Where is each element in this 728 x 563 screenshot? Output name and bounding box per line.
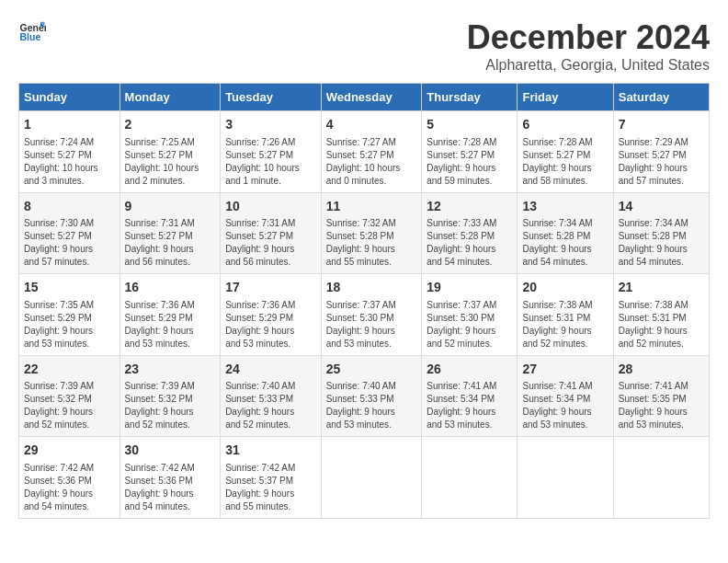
day-info: Sunrise: 7:28 AM Sunset: 5:27 PM Dayligh…: [427, 136, 512, 188]
day-info: Sunrise: 7:42 AM Sunset: 5:37 PM Dayligh…: [225, 462, 316, 513]
calendar-cell: 19Sunrise: 7:37 AM Sunset: 5:30 PM Dayli…: [422, 274, 518, 356]
calendar-cell: 6Sunrise: 7:28 AM Sunset: 5:27 PM Daylig…: [518, 111, 613, 193]
day-info: Sunrise: 7:34 AM Sunset: 5:28 PM Dayligh…: [619, 217, 704, 269]
calendar-cell: 30Sunrise: 7:42 AM Sunset: 5:36 PM Dayli…: [119, 437, 221, 519]
calendar-title: December 2024: [467, 18, 710, 57]
day-number: 18: [326, 279, 417, 297]
day-number: 30: [125, 442, 216, 460]
day-info: Sunrise: 7:40 AM Sunset: 5:33 PM Dayligh…: [225, 380, 316, 431]
day-number: 17: [225, 279, 316, 297]
day-info: Sunrise: 7:42 AM Sunset: 5:36 PM Dayligh…: [24, 462, 115, 513]
calendar-cell: 28Sunrise: 7:41 AM Sunset: 5:35 PM Dayli…: [613, 355, 709, 437]
day-number: 27: [522, 361, 608, 379]
calendar-cell: 15Sunrise: 7:35 AM Sunset: 5:29 PM Dayli…: [19, 274, 120, 356]
page-header: General Blue December 2024 Alpharetta, G…: [18, 18, 710, 74]
calendar-cell: 17Sunrise: 7:36 AM Sunset: 5:29 PM Dayli…: [221, 274, 322, 356]
day-info: Sunrise: 7:25 AM Sunset: 5:27 PM Dayligh…: [125, 136, 216, 188]
day-info: Sunrise: 7:24 AM Sunset: 5:27 PM Dayligh…: [24, 136, 115, 188]
day-number: 16: [125, 279, 216, 297]
calendar-cell: 4Sunrise: 7:27 AM Sunset: 5:27 PM Daylig…: [321, 111, 422, 193]
day-number: 31: [225, 442, 316, 460]
calendar-cell: 5Sunrise: 7:28 AM Sunset: 5:27 PM Daylig…: [422, 111, 518, 193]
day-info: Sunrise: 7:31 AM Sunset: 5:27 PM Dayligh…: [125, 217, 216, 269]
day-info: Sunrise: 7:35 AM Sunset: 5:29 PM Dayligh…: [24, 299, 115, 350]
day-info: Sunrise: 7:26 AM Sunset: 5:27 PM Dayligh…: [225, 136, 316, 188]
day-info: Sunrise: 7:37 AM Sunset: 5:30 PM Dayligh…: [427, 299, 512, 350]
week-row-4: 22Sunrise: 7:39 AM Sunset: 5:32 PM Dayli…: [19, 355, 710, 437]
day-info: Sunrise: 7:30 AM Sunset: 5:27 PM Dayligh…: [24, 217, 115, 269]
calendar-cell: 14Sunrise: 7:34 AM Sunset: 5:28 PM Dayli…: [613, 192, 709, 274]
day-info: Sunrise: 7:42 AM Sunset: 5:36 PM Dayligh…: [125, 462, 216, 513]
calendar-header-row: SundayMondayTuesdayWednesdayThursdayFrid…: [19, 84, 710, 111]
calendar-cell: 23Sunrise: 7:39 AM Sunset: 5:32 PM Dayli…: [119, 355, 221, 437]
calendar-subtitle: Alpharetta, Georgia, United States: [467, 57, 710, 74]
day-header-sunday: Sunday: [19, 84, 120, 111]
day-number: 6: [522, 116, 608, 134]
day-header-monday: Monday: [119, 84, 221, 111]
day-number: 21: [619, 279, 704, 297]
calendar-cell: [321, 437, 422, 519]
day-info: Sunrise: 7:39 AM Sunset: 5:32 PM Dayligh…: [125, 380, 216, 431]
day-info: Sunrise: 7:32 AM Sunset: 5:28 PM Dayligh…: [326, 217, 417, 269]
day-number: 19: [427, 279, 512, 297]
day-number: 23: [125, 361, 216, 379]
week-row-2: 8Sunrise: 7:30 AM Sunset: 5:27 PM Daylig…: [19, 192, 710, 274]
logo-icon: General Blue: [18, 18, 46, 46]
day-info: Sunrise: 7:38 AM Sunset: 5:31 PM Dayligh…: [522, 299, 608, 350]
day-number: 2: [125, 116, 216, 134]
calendar-table: SundayMondayTuesdayWednesdayThursdayFrid…: [18, 83, 710, 519]
day-number: 14: [619, 198, 704, 216]
day-number: 3: [225, 116, 316, 134]
calendar-cell: 21Sunrise: 7:38 AM Sunset: 5:31 PM Dayli…: [613, 274, 709, 356]
day-info: Sunrise: 7:36 AM Sunset: 5:29 PM Dayligh…: [125, 299, 216, 350]
day-header-thursday: Thursday: [422, 84, 518, 111]
week-row-1: 1Sunrise: 7:24 AM Sunset: 5:27 PM Daylig…: [19, 111, 710, 193]
week-row-3: 15Sunrise: 7:35 AM Sunset: 5:29 PM Dayli…: [19, 274, 710, 356]
calendar-cell: 9Sunrise: 7:31 AM Sunset: 5:27 PM Daylig…: [119, 192, 221, 274]
day-number: 12: [427, 198, 512, 216]
calendar-cell: 26Sunrise: 7:41 AM Sunset: 5:34 PM Dayli…: [422, 355, 518, 437]
day-number: 28: [619, 361, 704, 379]
day-number: 26: [427, 361, 512, 379]
calendar-cell: 8Sunrise: 7:30 AM Sunset: 5:27 PM Daylig…: [19, 192, 120, 274]
calendar-cell: 13Sunrise: 7:34 AM Sunset: 5:28 PM Dayli…: [518, 192, 613, 274]
calendar-cell: 29Sunrise: 7:42 AM Sunset: 5:36 PM Dayli…: [19, 437, 120, 519]
calendar-cell: 7Sunrise: 7:29 AM Sunset: 5:27 PM Daylig…: [613, 111, 709, 193]
day-number: 25: [326, 361, 417, 379]
day-number: 15: [24, 279, 115, 297]
day-number: 11: [326, 198, 417, 216]
day-number: 4: [326, 116, 417, 134]
day-number: 1: [24, 116, 115, 134]
calendar-cell: 18Sunrise: 7:37 AM Sunset: 5:30 PM Dayli…: [321, 274, 422, 356]
day-number: 5: [427, 116, 512, 134]
calendar-cell: [518, 437, 613, 519]
day-header-friday: Friday: [518, 84, 613, 111]
calendar-cell: 31Sunrise: 7:42 AM Sunset: 5:37 PM Dayli…: [221, 437, 322, 519]
day-number: 24: [225, 361, 316, 379]
calendar-cell: 1Sunrise: 7:24 AM Sunset: 5:27 PM Daylig…: [19, 111, 120, 193]
logo: General Blue: [18, 18, 46, 46]
day-header-wednesday: Wednesday: [321, 84, 422, 111]
day-info: Sunrise: 7:41 AM Sunset: 5:35 PM Dayligh…: [619, 380, 704, 431]
title-area: December 2024 Alpharetta, Georgia, Unite…: [467, 18, 710, 74]
day-info: Sunrise: 7:36 AM Sunset: 5:29 PM Dayligh…: [225, 299, 316, 350]
calendar-cell: 24Sunrise: 7:40 AM Sunset: 5:33 PM Dayli…: [221, 355, 322, 437]
calendar-cell: 25Sunrise: 7:40 AM Sunset: 5:33 PM Dayli…: [321, 355, 422, 437]
week-row-5: 29Sunrise: 7:42 AM Sunset: 5:36 PM Dayli…: [19, 437, 710, 519]
calendar-cell: 3Sunrise: 7:26 AM Sunset: 5:27 PM Daylig…: [221, 111, 322, 193]
svg-text:Blue: Blue: [20, 31, 41, 42]
day-header-tuesday: Tuesday: [221, 84, 322, 111]
day-header-saturday: Saturday: [613, 84, 709, 111]
calendar-cell: [613, 437, 709, 519]
day-info: Sunrise: 7:27 AM Sunset: 5:27 PM Dayligh…: [326, 136, 417, 188]
day-info: Sunrise: 7:34 AM Sunset: 5:28 PM Dayligh…: [522, 217, 608, 269]
calendar-cell: 16Sunrise: 7:36 AM Sunset: 5:29 PM Dayli…: [119, 274, 221, 356]
calendar-body: 1Sunrise: 7:24 AM Sunset: 5:27 PM Daylig…: [19, 111, 710, 519]
day-info: Sunrise: 7:39 AM Sunset: 5:32 PM Dayligh…: [24, 380, 115, 431]
day-info: Sunrise: 7:28 AM Sunset: 5:27 PM Dayligh…: [522, 136, 608, 188]
calendar-cell: 10Sunrise: 7:31 AM Sunset: 5:27 PM Dayli…: [221, 192, 322, 274]
day-number: 10: [225, 198, 316, 216]
calendar-cell: 20Sunrise: 7:38 AM Sunset: 5:31 PM Dayli…: [518, 274, 613, 356]
day-number: 22: [24, 361, 115, 379]
day-info: Sunrise: 7:41 AM Sunset: 5:34 PM Dayligh…: [427, 380, 512, 431]
